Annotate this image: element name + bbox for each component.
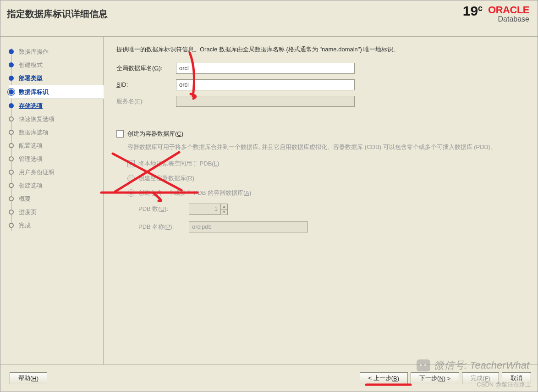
step-6: 数据库选项	[9, 126, 103, 139]
steps-sidebar: 数据库操作创建模式部署类型数据库标识存储选项快速恢复选项数据库选项配置选项管理选…	[0, 37, 104, 367]
step-dot-icon	[9, 116, 14, 121]
oracle-logo: 19c ORACLE Database	[463, 4, 529, 23]
service-name-label: 服务名(E):	[116, 97, 176, 105]
local-undo-label: 将本地还原表空间用于 PDB(L)	[138, 160, 219, 168]
brand-sub: Database	[488, 15, 529, 23]
step-label: 创建模式	[19, 61, 43, 69]
pdb-count-input	[189, 204, 221, 215]
local-undo-checkbox	[127, 160, 135, 167]
step-label: 快速恢复选项	[19, 115, 55, 123]
step-10: 创建选项	[9, 179, 103, 192]
step-dot-icon	[9, 223, 14, 228]
cancel-button[interactable]: 取消	[502, 372, 531, 384]
cdb-section: 创建为容器数据库(C) 容器数据库可用于将多个数据库合并到一个数据库, 并且它启…	[116, 130, 525, 232]
step-dot-icon	[9, 183, 14, 188]
brand-text: ORACLE	[488, 4, 529, 16]
pdb-count-spinner: ▲▼	[189, 204, 228, 215]
step-12: 进度页	[9, 205, 103, 219]
version-badge: 19c	[463, 4, 483, 18]
step-label: 数据库标识	[19, 88, 49, 96]
step-2[interactable]: 部署类型	[9, 72, 103, 85]
step-5: 快速恢复选项	[9, 112, 103, 126]
step-dot-icon	[9, 62, 14, 67]
pdb-count-label: PDB 数(U):	[138, 205, 189, 213]
step-4[interactable]: 存储选项	[9, 99, 103, 112]
step-9: 用户身份证明	[9, 166, 103, 179]
step-dot-icon	[9, 143, 14, 148]
cdb-description: 容器数据库可用于将多个数据库合并到一个数据库, 并且它启用数据库虚拟化。容器数据…	[127, 143, 525, 152]
sid-input[interactable]	[176, 79, 355, 90]
back-button[interactable]: < 上一步(B)	[360, 372, 408, 384]
step-0[interactable]: 数据库操作	[9, 45, 103, 58]
page-title: 指定数据库标识详细信息	[7, 4, 108, 20]
step-dot-icon	[9, 156, 14, 161]
spin-down-icon: ▼	[221, 210, 227, 215]
header: 指定数据库标识详细信息 19c ORACLE Database	[0, 0, 538, 37]
empty-cdb-radio	[127, 175, 135, 182]
step-label: 部署类型	[19, 74, 43, 83]
multi-pdb-radio	[127, 189, 135, 197]
body: 数据库操作创建模式部署类型数据库标识存储选项快速恢复选项数据库选项配置选项管理选…	[0, 37, 538, 367]
step-label: 存储选项	[19, 102, 43, 110]
finish-button: 完成(F)	[462, 372, 499, 384]
step-dot-icon	[9, 130, 14, 135]
step-label: 进度页	[19, 208, 37, 216]
step-1[interactable]: 创建模式	[9, 58, 103, 72]
multi-pdb-label: 创建包含一个或多个 PDB 的容器数据库(A)	[138, 189, 251, 197]
content-panel: 提供唯一的数据库标识符信息。Oracle 数据库由全局数据库名称 (格式通常为 …	[104, 37, 538, 367]
step-label: 用户身份证明	[19, 168, 55, 177]
pdb-name-label: PDB 名称(P):	[138, 223, 189, 231]
step-13: 完成	[9, 219, 103, 232]
step-dot-icon	[9, 89, 14, 94]
step-3: 数据库标识	[9, 85, 104, 99]
help-button[interactable]: 帮助(H)	[10, 372, 47, 384]
pdb-name-input	[189, 221, 308, 232]
step-dot-icon	[9, 196, 14, 201]
step-label: 数据库操作	[19, 48, 49, 56]
footer: 帮助(H) < 上一步(B) 下一步(N) > 完成(F) 取消	[0, 364, 538, 392]
step-8: 管理选项	[9, 152, 103, 166]
step-dot-icon	[9, 210, 14, 215]
step-label: 完成	[19, 221, 31, 230]
service-name-input	[176, 96, 355, 107]
spin-up-icon: ▲	[221, 204, 227, 210]
step-label: 数据库选项	[19, 128, 49, 137]
create-cdb-label: 创建为容器数据库(C)	[127, 130, 183, 138]
red-mark-icon	[181, 50, 209, 101]
empty-cdb-label: 创建空容器数据库(R)	[138, 174, 194, 182]
next-button[interactable]: 下一步(N) >	[411, 372, 459, 384]
step-dot-icon	[9, 76, 14, 81]
global-db-label: 全局数据库名(G):	[116, 64, 176, 72]
step-11: 概要	[9, 192, 103, 205]
installer-window: 指定数据库标识详细信息 19c ORACLE Database 数据库操作创建模…	[0, 0, 538, 392]
intro-text: 提供唯一的数据库标识符信息。Oracle 数据库由全局数据库名称 (格式通常为 …	[116, 45, 525, 55]
create-cdb-checkbox[interactable]	[116, 130, 124, 138]
step-label: 配置选项	[19, 142, 43, 150]
step-dot-icon	[9, 49, 14, 54]
sid-label: SID:	[116, 81, 176, 88]
step-dot-icon	[9, 170, 14, 175]
step-label: 概要	[19, 195, 31, 203]
step-7: 配置选项	[9, 139, 103, 152]
step-label: 创建选项	[19, 182, 43, 190]
step-label: 管理选项	[19, 155, 43, 163]
global-db-name-input[interactable]	[176, 63, 355, 74]
step-dot-icon	[9, 103, 14, 108]
